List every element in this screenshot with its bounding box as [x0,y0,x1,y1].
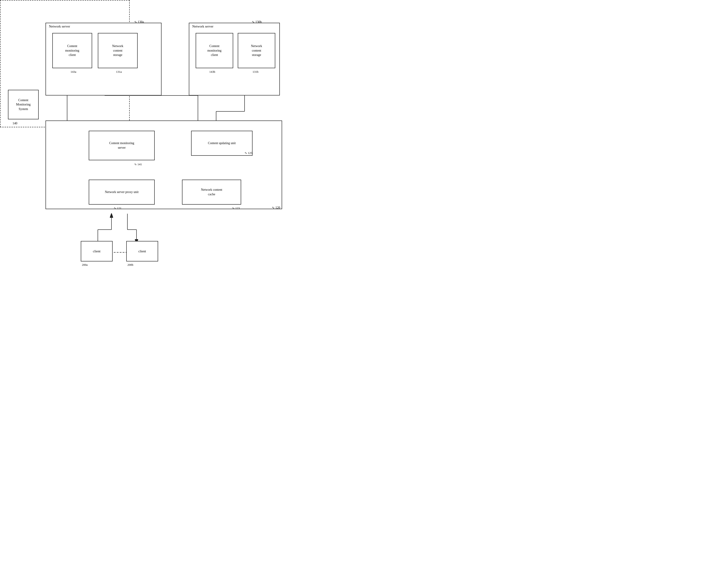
cmc-a-label: Content monitoring client [65,44,79,57]
ncs-a-label: Network content storage [112,44,123,57]
ns-130a-title: Network server [49,25,70,28]
ncs-b-box: Network content storage [238,33,275,68]
cmc-b-label: Content monitoring client [207,44,221,57]
cu-box: Content updating unit [191,131,253,156]
cmc-b-box: Content monitoring client [196,33,233,68]
nsp-box: Network server proxy unit [89,180,155,205]
cms-ref-label: 140 [13,122,17,125]
ncs-b-ref: 131b [253,70,258,74]
ncc-label: Network content cache [201,188,222,197]
client-b-label: client [138,249,146,254]
client-b-box: client [126,241,158,262]
cms-server-label: Content monitoring server [109,141,134,150]
cmc-a-box: Content monitoring client [52,33,92,68]
ncc-box: Network content cache [182,180,241,205]
client-a-ref: 200a [82,263,88,267]
proxy-main-ref: ∿ 120 [272,206,280,210]
nsp-ref: ∿ 121 [114,207,121,210]
ncs-a-ref: 131a [116,70,122,74]
client-a-box: client [81,241,113,262]
ns-130b-title: Network server [192,25,213,28]
cms-box: Content Monitoring System [8,90,39,119]
ncc-ref: ∿ 123 [232,207,240,210]
cms-server-ref: ∿ 141 [134,163,142,166]
nsp-label: Network server proxy unit [105,190,139,194]
client-b-ref: 200b [127,263,133,267]
cu-ref: ∿ 125 [245,151,252,155]
cms-label: Content Monitoring System [16,98,31,111]
ncs-a-box: Network content storage [98,33,138,68]
cmc-a-ref: 143a [71,70,76,74]
diagram: Content Monitoring System 140 Network se… [0,0,364,284]
cmc-b-ref: 143b [209,70,215,74]
cu-label: Content updating unit [208,141,236,146]
cms-server-box: Content monitoring server [89,131,155,160]
ncs-b-label: Network content storage [251,44,262,57]
ns-130a-ref: ∿ 130a [134,20,144,24]
ns-130b-ref: ∿ 130b [252,20,262,24]
client-a-label: client [93,249,100,254]
